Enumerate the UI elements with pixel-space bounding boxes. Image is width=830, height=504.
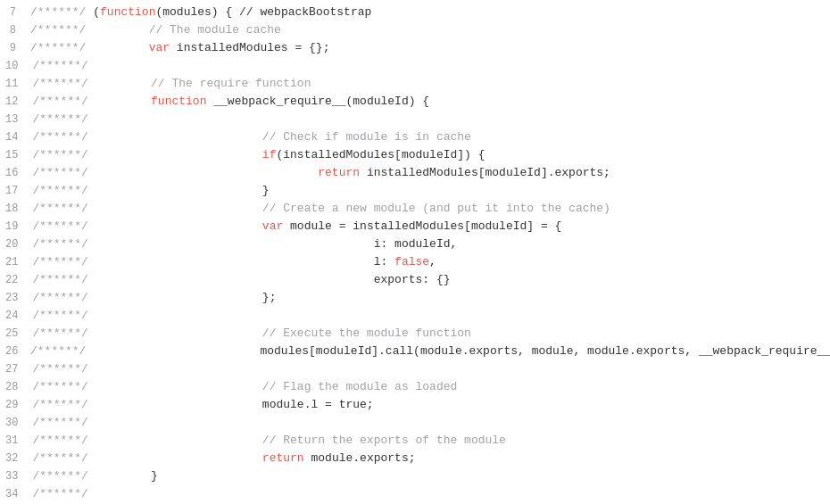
line-content: /******/ return module.exports; xyxy=(29,450,830,467)
code-token: function xyxy=(100,5,155,19)
line-number: 13 xyxy=(0,111,29,128)
code-line: 21/******/ l: false, xyxy=(0,253,830,271)
code-line: 13/******/ xyxy=(0,111,830,128)
line-number: 8 xyxy=(0,21,27,39)
code-token xyxy=(95,166,319,179)
code-line: 9/******/ var installedModules = {}; xyxy=(0,39,830,57)
line-number: 15 xyxy=(0,146,29,164)
code-token: /******/ xyxy=(32,202,95,215)
line-number: 29 xyxy=(0,396,29,414)
code-token: return xyxy=(262,451,304,465)
code-token: /******/ xyxy=(32,166,95,179)
code-token: /******/ xyxy=(32,416,95,429)
code-token: /******/ xyxy=(32,273,95,286)
line-content: /******/ }; xyxy=(29,289,830,307)
line-content: /******/ l: false, xyxy=(29,253,830,271)
code-token: /******/ xyxy=(30,5,93,19)
line-content: /******/ modules[moduleId].call(module.e… xyxy=(27,343,830,360)
code-token: installedModules = {}; xyxy=(170,41,329,54)
code-token: // The require function xyxy=(95,77,311,90)
line-number: 25 xyxy=(0,325,29,343)
line-number: 31 xyxy=(0,432,29,450)
code-token: /******/ xyxy=(30,41,93,54)
code-token: return xyxy=(318,166,360,179)
code-token: /******/ xyxy=(32,451,95,465)
code-line: 32/******/ return module.exports; xyxy=(0,450,830,467)
line-number: 19 xyxy=(0,218,29,235)
code-token: // Create a new module (and put it into … xyxy=(95,202,610,215)
line-content: /******/ // The require function xyxy=(29,75,830,93)
code-token: var xyxy=(149,41,170,54)
code-line: 16/******/ return installedModules[modul… xyxy=(0,164,830,182)
code-line: 22/******/ exports: {} xyxy=(0,271,830,289)
code-line: 28/******/ // Flag the module as loaded xyxy=(0,378,830,396)
line-number: 27 xyxy=(0,360,29,378)
code-token xyxy=(95,148,262,161)
code-token: var xyxy=(262,219,283,233)
code-token: module.l = true; xyxy=(95,398,374,411)
code-token: module = installedModules[moduleId] = { xyxy=(283,219,561,233)
code-token: i: moduleId, xyxy=(95,237,458,251)
code-token: /******/ xyxy=(32,434,95,447)
code-line: 23/******/ }; xyxy=(0,289,830,307)
code-editor: 7/******/ (function(modules) { // webpac… xyxy=(0,0,830,504)
code-token: if xyxy=(262,148,277,161)
code-token: /******/ xyxy=(30,23,93,37)
code-line: 10/******/ xyxy=(0,57,830,75)
code-line: 30/******/ xyxy=(0,414,830,432)
code-token: exports: {} xyxy=(95,273,451,286)
line-content: /******/ // Execute the module function xyxy=(29,325,830,343)
code-token: /******/ xyxy=(32,398,95,411)
code-token: (installedModules[moduleId]) { xyxy=(276,148,485,161)
line-content: /******/ xyxy=(29,414,830,432)
line-content: /******/ module.l = true; xyxy=(29,396,830,414)
line-content: /******/ } xyxy=(29,467,830,485)
code-token: /******/ xyxy=(32,237,95,251)
code-line: 26/******/ modules[moduleId].call(module… xyxy=(0,343,830,360)
code-token: installedModules[moduleId].exports; xyxy=(360,166,610,179)
line-number: 32 xyxy=(0,450,29,467)
code-token xyxy=(93,41,148,54)
line-content: /******/ // Check if module is in cache xyxy=(29,128,830,146)
code-line: 29/******/ module.l = true; xyxy=(0,396,830,414)
code-token: // Return the exports of the module xyxy=(95,434,506,447)
code-line: 7/******/ (function(modules) { // webpac… xyxy=(0,4,830,21)
line-content: /******/ xyxy=(29,111,830,128)
code-line: 18/******/ // Create a new module (and p… xyxy=(0,200,830,218)
code-token: /******/ xyxy=(32,95,95,108)
code-token: /******/ xyxy=(32,326,95,340)
code-token: function xyxy=(151,95,206,108)
line-number: 30 xyxy=(0,414,29,432)
line-number: 34 xyxy=(0,485,29,503)
code-line: 25/******/ // Execute the module functio… xyxy=(0,325,830,343)
line-content: /******/ } xyxy=(29,182,830,200)
code-token: /******/ xyxy=(32,309,95,322)
code-token: modules[moduleId].call(module.exports, m… xyxy=(93,344,830,358)
line-content: /******/ // The module cache xyxy=(27,21,830,39)
line-content: /******/ return installedModules[moduleI… xyxy=(29,164,830,182)
line-number: 18 xyxy=(0,200,29,218)
code-line: 14/******/ // Check if module is in cach… xyxy=(0,128,830,146)
code-token: , xyxy=(429,255,436,269)
code-token: /******/ xyxy=(32,219,95,233)
line-number: 24 xyxy=(0,307,29,325)
line-number: 12 xyxy=(0,93,29,111)
line-content: /******/ exports: {} xyxy=(29,271,830,289)
line-content: /******/ // Flag the module as loaded xyxy=(29,378,830,396)
code-token: /******/ xyxy=(32,469,95,483)
code-token: ( xyxy=(93,5,100,19)
code-token: /******/ xyxy=(32,148,95,161)
line-number: 9 xyxy=(0,39,27,57)
code-token: /******/ xyxy=(32,487,95,500)
code-line: 15/******/ if(installedModules[moduleId]… xyxy=(0,146,830,164)
code-line: 24/******/ xyxy=(0,307,830,325)
line-number: 14 xyxy=(0,128,29,146)
line-content: /******/ function __webpack_require__(mo… xyxy=(29,93,830,111)
code-token: } xyxy=(95,469,158,483)
line-content: /******/ xyxy=(29,307,830,325)
code-token: }; xyxy=(95,291,277,304)
code-token: false xyxy=(394,255,429,269)
line-content: /******/ i: moduleId, xyxy=(29,235,830,253)
code-token: // Execute the module function xyxy=(95,326,471,340)
line-content: /******/ // Return the exports of the mo… xyxy=(29,432,830,450)
